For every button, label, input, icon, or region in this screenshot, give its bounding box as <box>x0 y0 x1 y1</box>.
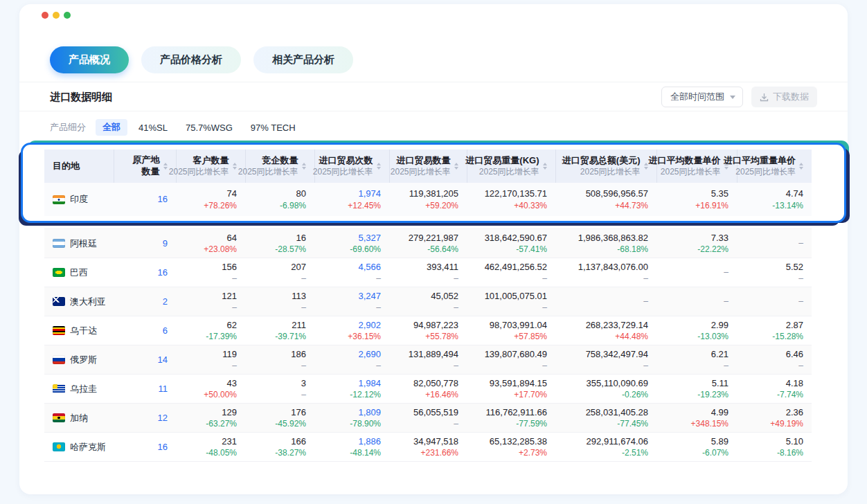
count-link[interactable]: 4,566 <box>323 261 381 273</box>
table-row-uganda[interactable]: 乌干达662-17.39%211-39.71%2,902+36.15%94,98… <box>44 316 812 345</box>
count-link[interactable]: 1,886 <box>323 435 381 448</box>
destination-cell: 巴西 <box>53 267 105 279</box>
column-header-3[interactable]: 竞企数量2025同比增长率 <box>245 150 314 183</box>
destination-cell: 哈萨克斯坦 <box>53 441 105 453</box>
sort-icon[interactable] <box>454 163 458 170</box>
column-header-7[interactable]: 进口贸易总额(美元)2025同比增长率 <box>555 150 656 183</box>
data-cell: 94,987,223+55.78% <box>389 316 467 345</box>
country-name: 乌拉圭 <box>70 383 97 395</box>
count-link[interactable]: 16 <box>122 193 168 206</box>
growth-rate: -0.26% <box>564 389 648 400</box>
count-link[interactable]: 6 <box>122 325 168 337</box>
growth-rate: – <box>397 360 458 371</box>
cell-value: 186 <box>253 348 306 361</box>
tab-product-price-analysis[interactable]: 产品价格分析 <box>141 46 241 73</box>
cell-value: 292,911,674.06 <box>564 435 648 448</box>
tab-related-product-analysis[interactable]: 相关产品分析 <box>253 46 353 73</box>
time-range-value: 全部时间范围 <box>670 91 724 103</box>
cell-value: 4.99 <box>665 406 729 419</box>
data-cell: 43+50.00% <box>176 375 245 404</box>
country-name: 俄罗斯 <box>70 354 97 366</box>
count-link[interactable]: 5,327 <box>323 232 381 244</box>
cell-value: 5.89 <box>665 435 729 448</box>
growth-rate: – <box>253 273 306 284</box>
growth-rate: – <box>397 273 458 284</box>
table-row-russia[interactable]: 俄罗斯14119–186–2,690–131,889,494–139,807,6… <box>44 345 812 375</box>
count-link[interactable]: 2,902 <box>323 319 381 332</box>
count-link[interactable]: 1,809 <box>323 406 381 419</box>
column-header-4[interactable]: 进口贸易次数2025同比增长率 <box>314 150 389 183</box>
country-name: 乌干达 <box>70 325 97 337</box>
count-link[interactable]: 1,984 <box>323 377 381 390</box>
count-link[interactable]: 2 <box>122 296 168 308</box>
table-row-argentina[interactable]: 阿根廷964+23.08%16-28.57%5,327-69.60%279,22… <box>44 229 812 258</box>
table-row-australia[interactable]: 澳大利亚2121–113–3,247–45,052–101,005,075.01… <box>44 287 812 316</box>
growth-rate: – <box>564 360 648 371</box>
table-row-ghana[interactable]: 加纳12129-63.27%176-45.92%1,809-78.90%56,0… <box>44 404 812 433</box>
count-link[interactable]: 3,247 <box>323 290 381 303</box>
count-link[interactable]: 14 <box>122 354 168 366</box>
growth-rate: -57.41% <box>475 244 547 255</box>
sort-icon[interactable] <box>543 163 547 170</box>
column-header-1[interactable]: 原产地数量 <box>114 150 176 183</box>
window-zoom-dot[interactable] <box>64 12 71 19</box>
tab-product-overview[interactable]: 产品概况 <box>50 46 129 73</box>
cell-value: 119 <box>184 348 237 361</box>
column-header-9[interactable]: 进口平均重量单价2025同比增长率 <box>737 150 812 183</box>
column-header-6[interactable]: 进口贸易重量(KG)2025同比增长率 <box>467 150 555 183</box>
divider <box>19 111 848 111</box>
table-row-kazakhstan[interactable]: 哈萨克斯坦16231-48.05%166-38.27%1,886-48.14%3… <box>44 433 812 462</box>
window-close-dot[interactable] <box>42 12 48 19</box>
sort-icon[interactable] <box>163 163 168 170</box>
count-link[interactable]: 1,974 <box>323 188 381 200</box>
column-header-2[interactable]: 客户数量2025同比增长率 <box>176 150 245 183</box>
data-cell: 6.46– <box>737 345 812 375</box>
table-row-brazil[interactable]: 巴西16156–207–4,566–393,411–462,491,256.52… <box>44 258 812 287</box>
data-cell: 5.89-6.07% <box>656 433 737 462</box>
data-cell: 462,491,256.52– <box>467 258 555 287</box>
count-link[interactable]: 16 <box>122 267 168 279</box>
time-range-select[interactable]: 全部时间范围 <box>661 87 743 107</box>
brazil-flag-icon <box>53 268 65 277</box>
sort-icon[interactable] <box>377 163 381 170</box>
segment-option-41sl[interactable]: 41%SL <box>138 123 168 133</box>
filter-label: 产品细分 <box>50 121 86 134</box>
growth-rate: -22.22% <box>665 244 729 255</box>
country-name: 澳大利亚 <box>70 296 105 308</box>
growth-rate: +12.45% <box>323 200 381 211</box>
sort-icon[interactable] <box>799 163 803 170</box>
data-cell: 16 <box>114 183 176 216</box>
count-link[interactable]: 11 <box>122 383 168 395</box>
cell-value: 131,889,494 <box>397 348 458 361</box>
data-cell: 56,055,519– <box>389 404 467 433</box>
data-cell: 5.35+16.91% <box>656 183 737 216</box>
sort-icon[interactable] <box>644 163 648 170</box>
sort-icon[interactable] <box>302 163 306 170</box>
segment-option-97tech[interactable]: 97% TECH <box>251 123 296 133</box>
data-cell: 64+23.08% <box>176 229 245 258</box>
count-link[interactable]: 9 <box>122 237 168 250</box>
count-link[interactable]: 16 <box>122 441 168 453</box>
data-cell: 98,703,991.04+57.85% <box>467 316 555 345</box>
count-link[interactable]: 2,690 <box>323 348 381 361</box>
cell-value: 207 <box>253 261 306 273</box>
data-cell: 211-39.71% <box>245 316 314 345</box>
growth-rate: +57.85% <box>475 331 547 342</box>
column-header-5[interactable]: 进口贸易数量2025同比增长率 <box>389 150 467 183</box>
data-cell: 129-63.27% <box>176 404 245 433</box>
growth-rate: -19.23% <box>665 389 729 400</box>
download-data-button[interactable]: 下载数据 <box>751 87 817 107</box>
segment-option-all[interactable]: 全部 <box>96 119 127 136</box>
cell-value: 121 <box>184 290 237 303</box>
cell-value: 211 <box>253 319 306 332</box>
cell-value: 2.36 <box>745 406 803 419</box>
table-row-uruguay[interactable]: 乌拉圭1143+50.00%3–1,984-12.12%82,050,778+1… <box>44 375 812 404</box>
segment-option-757wsg[interactable]: 75.7%WSG <box>186 123 233 133</box>
sort-icon[interactable] <box>233 163 237 170</box>
growth-rate: +2.73% <box>475 447 547 458</box>
data-cell: 45,052– <box>389 287 467 316</box>
data-cell: 279,221,987-56.64% <box>389 229 467 258</box>
table-row-india[interactable]: 印度1674+78.26%80-6.98%1,974+12.45%119,381… <box>44 183 812 216</box>
window-minimize-dot[interactable] <box>53 12 60 19</box>
count-link[interactable]: 12 <box>122 412 168 424</box>
